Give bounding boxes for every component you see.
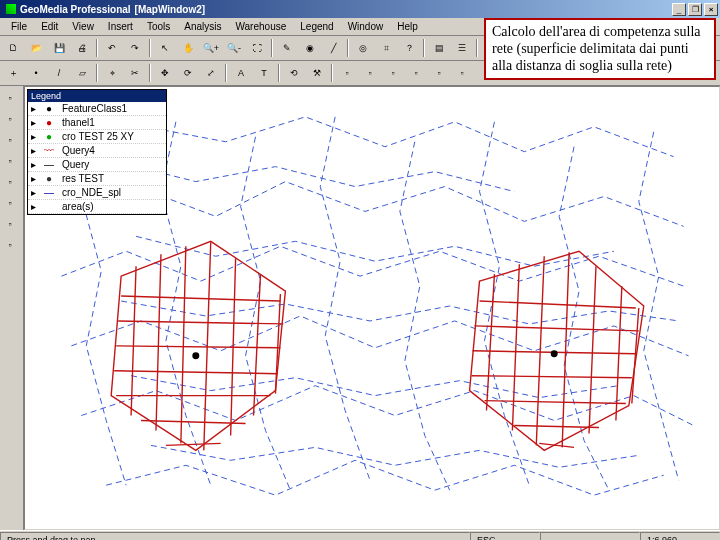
legend-item[interactable]: ▸—Query xyxy=(28,158,166,172)
legend-symbol: ● xyxy=(40,173,58,184)
toolbar-line-button[interactable]: / xyxy=(48,63,70,83)
menu-insert[interactable]: Insert xyxy=(101,19,140,34)
doc-name: [MapWindow2] xyxy=(135,4,205,15)
toolbar-edge-button[interactable]: ╱ xyxy=(322,38,344,58)
toolbar-save-button[interactable]: 💾 xyxy=(48,38,70,58)
legend-arrow-icon: ▸ xyxy=(31,201,36,212)
legend-arrow-icon: ▸ xyxy=(31,117,36,128)
legend-item[interactable]: ▸●thanel1 xyxy=(28,116,166,130)
legend-symbol: ● xyxy=(40,131,58,142)
legend-item[interactable]: ▸〰Query4 xyxy=(28,144,166,158)
toolbar-new-button[interactable]: 🗋 xyxy=(2,38,24,58)
menu-window[interactable]: Window xyxy=(341,19,391,34)
legend-item[interactable]: ▸—cro_NDE_spl xyxy=(28,186,166,200)
sidetool-ins-button[interactable]: ▫ xyxy=(0,109,20,129)
toolbar-fit-button[interactable]: ⛶ xyxy=(246,38,268,58)
legend-symbol: 〰 xyxy=(40,145,58,156)
sidetool-?-button[interactable]: ▫ xyxy=(0,235,20,255)
toolbar-scale-button[interactable]: ⤢ xyxy=(200,63,222,83)
legend-item[interactable]: ▸●FeatureClass1 xyxy=(28,102,166,116)
toolbar-undo-button[interactable]: ↶ xyxy=(101,38,123,58)
toolbar-snap-button[interactable]: ⌖ xyxy=(101,63,123,83)
legend-arrow-icon: ▸ xyxy=(31,187,36,198)
toolbar-select-button[interactable]: ↖ xyxy=(154,38,176,58)
toolbar-print-button[interactable]: 🖨 xyxy=(71,38,93,58)
toolbar-rotate-button[interactable]: ⟳ xyxy=(177,63,199,83)
toolbar-pan-button[interactable]: ✋ xyxy=(177,38,199,58)
legend-item[interactable]: ▸●cro TEST 25 XY xyxy=(28,130,166,144)
competence-area-right xyxy=(470,251,644,450)
legend-symbol: — xyxy=(40,187,58,198)
legend-arrow-icon: ▸ xyxy=(31,103,36,114)
app-icon xyxy=(6,4,16,14)
toolbar-network-button[interactable]: ⌗ xyxy=(375,38,397,58)
legend-symbol: ● xyxy=(40,103,58,114)
sidetool-pct-button[interactable]: ▫ xyxy=(0,172,20,192)
toolbar-buffer-button[interactable]: ◎ xyxy=(352,38,374,58)
legend-arrow-icon: ▸ xyxy=(31,173,36,184)
toolbar-redo-button[interactable]: ↷ xyxy=(124,38,146,58)
toolbar-label-button[interactable]: A xyxy=(230,63,252,83)
menu-help[interactable]: Help xyxy=(390,19,425,34)
side-toolbar: ▫▫▫▫▫▫▫▫ xyxy=(0,86,24,530)
legend-label: res TEST xyxy=(62,173,104,184)
legend-panel[interactable]: Legend ▸●FeatureClass1▸●thanel1▸●cro TES… xyxy=(27,89,167,215)
status-scale: 1:6.960 xyxy=(640,532,720,541)
toolbar-layer-button[interactable]: ▤ xyxy=(428,38,450,58)
competence-area-left xyxy=(111,241,285,450)
menu-file[interactable]: File xyxy=(4,19,34,34)
sidetool-trc-button[interactable]: ▫ xyxy=(0,193,20,213)
status-empty xyxy=(540,532,640,541)
toolbar-trim-button[interactable]: ✂ xyxy=(124,63,146,83)
toolbar-open-button[interactable]: 📂 xyxy=(25,38,47,58)
toolbar-zoomin-button[interactable]: 🔍+ xyxy=(200,38,222,58)
toolbar-x2-button[interactable]: ▫ xyxy=(359,63,381,83)
close-button[interactable]: × xyxy=(704,3,718,16)
window-controls: _ ❐ × xyxy=(672,3,718,16)
legend-label: area(s) xyxy=(62,201,94,212)
legend-symbol: ● xyxy=(40,117,58,128)
toolbar-build-button[interactable]: ⚒ xyxy=(306,63,328,83)
toolbar-move-button[interactable]: ✥ xyxy=(154,63,176,83)
sidetool-sel-button[interactable]: ▫ xyxy=(0,88,20,108)
sidetool-nod-button[interactable]: ▫ xyxy=(0,130,20,150)
origin-point-right xyxy=(551,350,558,357)
status-coord: ESC xyxy=(470,532,540,541)
toolbar-query-button[interactable]: ？ xyxy=(398,38,420,58)
annotation-box: Calcolo dell'area di competenza sulla re… xyxy=(484,18,716,80)
toolbar-x5-button[interactable]: ▫ xyxy=(428,63,450,83)
statusbar: Press and drag to pan ESC 1:6.960 xyxy=(0,530,720,540)
menu-edit[interactable]: Edit xyxy=(34,19,65,34)
menu-legend[interactable]: Legend xyxy=(293,19,340,34)
menu-warehouse[interactable]: Warehouse xyxy=(228,19,293,34)
toolbar-text-button[interactable]: T xyxy=(253,63,275,83)
menu-view[interactable]: View xyxy=(65,19,101,34)
legend-label: Query xyxy=(62,159,89,170)
toolbar-zoomout-button[interactable]: 🔍- xyxy=(223,38,245,58)
toolbar-draw-button[interactable]: ✎ xyxy=(276,38,298,58)
menu-analysis[interactable]: Analysis xyxy=(177,19,228,34)
toolbar-refresh-button[interactable]: ⟲ xyxy=(283,63,305,83)
toolbar-legend-button[interactable]: ☰ xyxy=(451,38,473,58)
toolbar-x4-button[interactable]: ▫ xyxy=(405,63,427,83)
legend-arrow-icon: ▸ xyxy=(31,159,36,170)
map-canvas[interactable]: Legend ▸●FeatureClass1▸●thanel1▸●cro TES… xyxy=(24,86,720,530)
minimize-button[interactable]: _ xyxy=(672,3,686,16)
sidetool-seg-button[interactable]: ▫ xyxy=(0,151,20,171)
toolbar-x6-button[interactable]: ▫ xyxy=(451,63,473,83)
toolbar-node-button[interactable]: ◉ xyxy=(299,38,321,58)
titlebar-text: GeoMedia Professional [MapWindow2] xyxy=(2,4,205,15)
toolbar-point-button[interactable]: • xyxy=(25,63,47,83)
toolbar-insert-button[interactable]: ＋ xyxy=(2,63,24,83)
toolbar-x1-button[interactable]: ▫ xyxy=(336,63,358,83)
menu-tools[interactable]: Tools xyxy=(140,19,177,34)
restore-button[interactable]: ❐ xyxy=(688,3,702,16)
legend-label: cro_NDE_spl xyxy=(62,187,121,198)
origin-point-left xyxy=(192,352,199,359)
legend-title: Legend xyxy=(28,90,166,102)
legend-item[interactable]: ▸ area(s) xyxy=(28,200,166,214)
legend-item[interactable]: ▸●res TEST xyxy=(28,172,166,186)
sidetool-dim-button[interactable]: ▫ xyxy=(0,214,20,234)
toolbar-poly-button[interactable]: ▱ xyxy=(71,63,93,83)
toolbar-x3-button[interactable]: ▫ xyxy=(382,63,404,83)
